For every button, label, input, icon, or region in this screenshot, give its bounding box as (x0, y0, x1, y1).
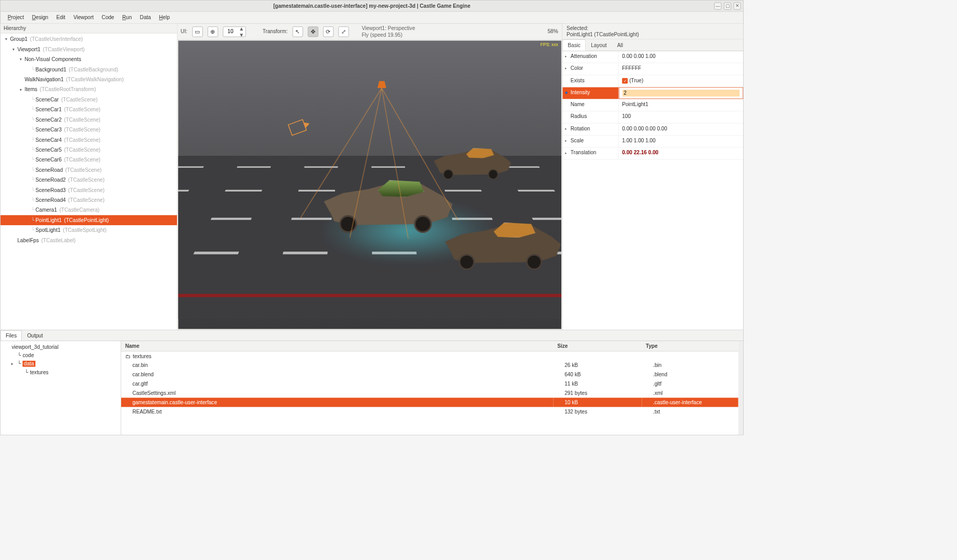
column-name[interactable]: Name (121, 341, 553, 351)
cursor-icon[interactable]: ↖ (293, 26, 303, 37)
lower-tabs: FilesOutput (1, 330, 743, 341)
hierarchy-item-scenecar4[interactable]: └ SceneCar4(TCastleScene) (1, 135, 177, 144)
hierarchy-item-pointlight1[interactable]: └ PointLight1(TCastlePointLight) (1, 215, 177, 225)
scene-car-bg1[interactable] (434, 144, 511, 178)
prop-translation[interactable]: ▸Translation0.00 22.16 0.00 (562, 148, 743, 159)
hierarchy-item-labelfps[interactable]: LabelFps(TCastleLabel) (1, 235, 177, 245)
inspector-tab-basic[interactable]: Basic (562, 39, 586, 51)
prop-intensity[interactable]: ◆Intensity (562, 87, 743, 99)
column-size[interactable]: Size (553, 341, 642, 351)
inspector-tab-all[interactable]: All (612, 39, 628, 51)
center-panel: UI: ▭ ⊕ ▲▼ Transform: ↖ ✥ ⟳ ⤢ Viewport1:… (178, 24, 562, 330)
file-row-textures[interactable]: textures (121, 351, 738, 361)
window-title: [gamestatemain.castle-user-interface] my… (273, 3, 471, 9)
menu-project[interactable]: Project (5, 13, 27, 22)
viewport-toolbar: UI: ▭ ⊕ ▲▼ Transform: ↖ ✥ ⟳ ⤢ Viewport1:… (178, 24, 562, 40)
hierarchy-item-scenecar1[interactable]: └ SceneCar1(TCastleScene) (1, 105, 177, 114)
menu-code[interactable]: Code (98, 13, 118, 22)
prop-scale[interactable]: ▸Scale1.00 1.00 1.00 (562, 136, 743, 148)
hierarchy-item-viewport1[interactable]: ▾Viewport1(TCastleViewport) (1, 44, 177, 54)
folder-textures[interactable]: └ textures (1, 368, 121, 376)
hierarchy-item-sceneroad3[interactable]: └ SceneRoad3(TCastleScene) (1, 185, 177, 195)
maximize-button[interactable]: ▢ (724, 2, 731, 9)
hierarchy-item-sceneroad2[interactable]: └ SceneRoad2(TCastleScene) (1, 175, 177, 185)
file-row-car-bin[interactable]: car.bin26 kB.bin (121, 361, 738, 370)
folder-viewport_3d_tutorial[interactable]: viewport_3d_tutorial (1, 343, 121, 351)
inspector-tab-layout[interactable]: Layout (586, 39, 612, 51)
titlebar: [gamestatemain.castle-user-interface] my… (1, 1, 743, 12)
hierarchy-item-spotlight1[interactable]: └ SpotLight1(TCastleSpotLight) (1, 225, 177, 235)
folder-code[interactable]: └ code (1, 351, 121, 359)
scene-car-main[interactable] (324, 173, 453, 230)
hierarchy-item-non-visual components[interactable]: ▾Non-Visual Components (1, 54, 177, 64)
inspector-panel: Selected: PointLight1 (TCastlePointLight… (562, 24, 743, 330)
hierarchy-item-sceneroad[interactable]: └ SceneRoad(TCastleScene) (1, 165, 177, 175)
transform-label: Transform: (263, 28, 287, 35)
menu-run[interactable]: Run (119, 13, 135, 22)
file-row-castlesettings-xml[interactable]: CastleSettings.xml291 bytes.xml (121, 389, 738, 398)
hierarchy-item-walknavigation1[interactable]: WalkNavigation1(TCastleWalkNavigation) (1, 75, 177, 84)
hierarchy-item-group1[interactable]: ▾Group1(TCastleUserInterface) (1, 34, 177, 44)
hierarchy-panel: Hierarchy ▾Group1(TCastleUserInterface)▾… (1, 24, 178, 330)
column-type[interactable]: Type (642, 341, 738, 351)
add-ui-icon[interactable]: ⊕ (208, 26, 218, 37)
select-rect-icon[interactable]: ▭ (192, 26, 202, 37)
prop-color[interactable]: ▸ColorFFFFFF (562, 63, 743, 75)
inspector-tabs: BasicLayoutAll (562, 39, 743, 51)
hierarchy-item-scenecar5[interactable]: └ SceneCar5(TCastleScene) (1, 145, 177, 155)
folder-data[interactable]: ▾└ data (1, 360, 121, 368)
file-row-car-blend[interactable]: car.blend640 kB.blend (121, 370, 738, 379)
hierarchy-item-scenecar[interactable]: └ SceneCar(TCastleScene) (1, 95, 177, 105)
viewport-camera-info: Viewport1: Perspective (361, 25, 415, 32)
scrollbar[interactable] (738, 341, 743, 435)
zoom-percent: 58% (547, 28, 558, 35)
menu-viewport[interactable]: Viewport (70, 13, 97, 22)
move-icon[interactable]: ✥ (308, 26, 318, 37)
menu-help[interactable]: Help (156, 13, 173, 22)
prop-radius[interactable]: Radius100 (562, 111, 743, 123)
viewport-nav-info: Fly (speed 19.95) (361, 32, 415, 38)
folder-tree[interactable]: viewport_3d_tutorial└ code▾└ data└ textu… (1, 341, 121, 435)
hierarchy-tree[interactable]: ▾Group1(TCastleUserInterface)▾Viewport1(… (1, 33, 177, 330)
viewport-3d[interactable]: FPS: xxx (178, 40, 561, 329)
lower-tab-output[interactable]: Output (22, 330, 48, 341)
prop-attenuation[interactable]: ▸Attenuation0.00 0.00 1.00 (562, 51, 743, 63)
ui-snap-spinner[interactable]: ▲▼ (223, 26, 245, 37)
ui-snap-input[interactable] (223, 28, 238, 35)
minimize-button[interactable]: — (714, 2, 721, 9)
file-row-readme-txt[interactable]: README.txt132 bytes.txt (121, 407, 738, 416)
prop-name[interactable]: NamePointLight1 (562, 99, 743, 111)
lower-tab-files[interactable]: Files (1, 330, 22, 341)
file-table[interactable]: NameSizeType texturescar.bin26 kB.bincar… (121, 341, 738, 435)
file-row-car-gltf[interactable]: car.gltf11 kB.gltf (121, 379, 738, 389)
hierarchy-header: Hierarchy (1, 24, 177, 34)
lower-panel: FilesOutput viewport_3d_tutorial└ code▾└… (1, 330, 743, 435)
menu-edit[interactable]: Edit (53, 13, 69, 22)
menu-design[interactable]: Design (29, 13, 52, 22)
property-grid[interactable]: ▸Attenuation0.00 0.00 1.00▸ColorFFFFFFEx… (562, 51, 743, 330)
scale-icon[interactable]: ⤢ (338, 26, 349, 37)
menu-data[interactable]: Data (137, 13, 154, 22)
hierarchy-item-scenecar3[interactable]: └ SceneCar3(TCastleScene) (1, 125, 177, 135)
fps-counter: FPS: xxx (540, 42, 558, 47)
ui-label: UI: (181, 28, 187, 35)
hierarchy-item-sceneroad4[interactable]: └ SceneRoad4(TCastleScene) (1, 195, 177, 205)
selected-value: PointLight1 (TCastlePointLight) (567, 32, 739, 38)
rotate-icon[interactable]: ⟳ (323, 26, 334, 37)
prop-exists[interactable]: Exists✓(True) (562, 75, 743, 87)
hierarchy-item-camera1[interactable]: └ Camera1(TCastleCamera) (1, 205, 177, 215)
pointlight-gizmo-icon[interactable] (378, 81, 386, 88)
prop-rotation[interactable]: ▸Rotation0.00 0.00 0.00 0.00 (562, 124, 743, 136)
hierarchy-item-background1[interactable]: └ Background1(TCastleBackground) (1, 64, 177, 74)
hierarchy-item-scenecar2[interactable]: └ SceneCar2(TCastleScene) (1, 114, 177, 124)
hierarchy-item-scenecar6[interactable]: └ SceneCar6(TCastleScene) (1, 155, 177, 165)
scene-car-bg2[interactable] (445, 216, 561, 267)
selected-label: Selected: (567, 25, 739, 32)
hierarchy-item-items[interactable]: ▾Items(TCastleRootTransform) (1, 84, 177, 94)
camera-gizmo-icon[interactable] (288, 119, 307, 136)
menubar: ProjectDesignEditViewportCodeRunDataHelp (1, 12, 743, 24)
file-row-gamestatemain-castle-user-interface[interactable]: gamestatemain.castle-user-interface10 kB… (121, 397, 738, 407)
close-button[interactable]: ✕ (733, 2, 741, 9)
